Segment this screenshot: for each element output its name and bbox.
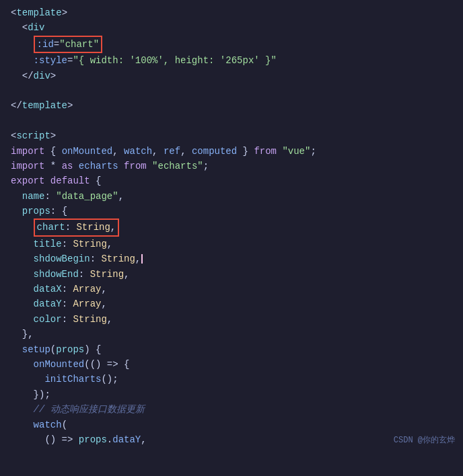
line-23: setup(props) { bbox=[0, 342, 463, 357]
chart-prop-highlight: chart: String, bbox=[34, 219, 120, 236]
line-13: name: "data_page", bbox=[0, 189, 463, 204]
line-14: props: { bbox=[0, 204, 463, 219]
line-17: shdowBegin: String, bbox=[0, 251, 463, 266]
line-18: shdowEnd: String, bbox=[0, 267, 463, 282]
line-6 bbox=[0, 83, 463, 98]
text-cursor bbox=[141, 254, 143, 264]
line-20: dataY: Array, bbox=[0, 296, 463, 311]
line-12: export default { bbox=[0, 173, 463, 188]
line-28: watch( bbox=[0, 418, 463, 432]
line-5: </div> bbox=[0, 69, 463, 83]
line-1: <template> bbox=[0, 5, 463, 20]
line-21: color: String, bbox=[0, 312, 463, 327]
line-11: import * as echarts from "echarts"; bbox=[0, 159, 463, 173]
id-attr-highlight: :id="chart" bbox=[34, 36, 102, 53]
line-8 bbox=[0, 114, 463, 128]
line-15: chart: String, bbox=[0, 219, 463, 236]
watermark: CSDN @你的玄烨 bbox=[394, 434, 455, 447]
line-10: import { onMounted, watch, ref, computed… bbox=[0, 144, 463, 159]
line-25: initCharts(); bbox=[0, 372, 463, 387]
line-26: }); bbox=[0, 387, 463, 402]
code-editor: <template> <div :id="chart" :style="{ wi… bbox=[0, 0, 463, 452]
line-2: <div bbox=[0, 20, 463, 35]
line-16: title: String, bbox=[0, 237, 463, 251]
line-19: dataX: Array, bbox=[0, 282, 463, 296]
line-7: </template> bbox=[0, 98, 463, 113]
line-4: :style="{ width: '100%', height: '265px'… bbox=[0, 53, 463, 68]
line-27: // 动态响应接口数据更新 bbox=[0, 402, 463, 417]
line-3: :id="chart" bbox=[0, 36, 463, 53]
line-22: }, bbox=[0, 327, 463, 342]
line-9: <script> bbox=[0, 128, 463, 143]
line-24: onMounted(() => { bbox=[0, 357, 463, 372]
